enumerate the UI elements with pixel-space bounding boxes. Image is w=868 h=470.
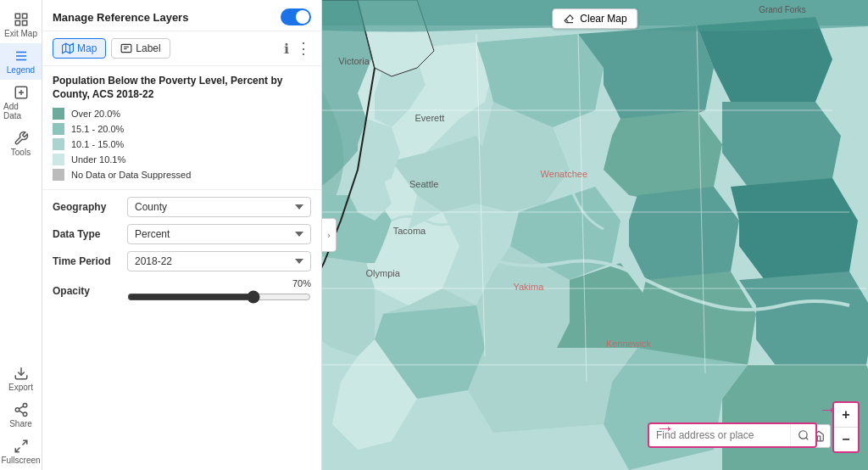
time-period-control: Time Period 2018-22 2013-17 [53, 251, 311, 271]
svg-point-38 [799, 431, 807, 439]
svg-rect-1 [22, 14, 26, 18]
arrow-zoom-indicator: → [819, 399, 837, 421]
legend-swatch-1 [53, 123, 64, 135]
search-button[interactable] [790, 424, 816, 446]
legend-label-3: Under 10.1% [71, 154, 125, 165]
sidebar-label-export: Export [8, 383, 33, 392]
zoom-out-button[interactable]: − [834, 428, 858, 451]
panel-title: Manage Reference Layers [53, 11, 188, 24]
svg-point-11 [23, 404, 27, 408]
sidebar-item-legend[interactable]: Legend [0, 43, 42, 80]
sidebar-label-share: Share [9, 419, 32, 428]
svg-line-16 [22, 440, 26, 445]
svg-point-13 [23, 412, 27, 417]
opacity-label: Opacity [53, 285, 120, 297]
sidebar-item-share[interactable]: Share [0, 397, 42, 434]
sidebar-item-tools[interactable]: Tools [0, 126, 42, 162]
legend-item-2: 10.1 - 15.0% [53, 138, 311, 150]
svg-line-39 [806, 438, 809, 440]
legend-label-0: Over 20.0% [71, 109, 120, 119]
toggle-track [281, 8, 311, 25]
data-type-control: Data Type Percent Number [53, 224, 311, 244]
sidebar-label-exit-map: Exit Map [4, 29, 37, 38]
more-icon[interactable]: ⋮ [296, 39, 311, 58]
svg-point-12 [15, 408, 19, 412]
legend-swatch-4 [53, 169, 64, 181]
data-type-select[interactable]: Percent Number [127, 224, 311, 244]
legend-item-1: 15.1 - 20.0% [53, 123, 311, 135]
map-area: Seattle Tacoma Olympia Everett Victoria … [322, 0, 868, 470]
collapse-panel-button[interactable]: › [322, 218, 337, 252]
tab-actions: ℹ ⋮ [284, 39, 311, 58]
reference-layers-toggle[interactable] [281, 8, 311, 25]
time-period-label: Time Period [53, 255, 120, 267]
opacity-slider[interactable] [127, 290, 311, 304]
tab-map[interactable]: Map [53, 38, 106, 59]
legend-swatch-0 [53, 108, 64, 120]
sidebar-item-export[interactable]: Export [0, 361, 42, 397]
svg-line-17 [15, 448, 19, 452]
sidebar-item-fullscreen[interactable]: Fullscreen [0, 434, 42, 470]
time-period-select[interactable]: 2018-22 2013-17 [127, 251, 311, 271]
legend-item-0: Over 20.0% [53, 108, 311, 120]
legend-item-4: No Data or Data Suppressed [53, 169, 311, 181]
sidebar-label-fullscreen: Fullscreen [1, 456, 40, 465]
arrow-search-indicator: → [656, 417, 675, 439]
clear-map-button[interactable]: Clear Map [552, 8, 637, 29]
search-icon [798, 429, 810, 441]
export-icon [14, 366, 29, 381]
sidebar: Exit Map Legend Add Data Tools Export [0, 0, 42, 470]
sidebar-item-add-data[interactable]: Add Data [0, 80, 42, 126]
panel-header: Manage Reference Layers [42, 0, 321, 31]
sidebar-label-tools: Tools [11, 148, 31, 157]
svg-rect-3 [22, 21, 26, 25]
map-tab-icon [62, 42, 74, 54]
legend-swatch-2 [53, 138, 64, 150]
eraser-icon [563, 13, 575, 25]
info-icon[interactable]: ℹ [284, 41, 289, 57]
clear-map-label: Clear Map [580, 13, 626, 25]
legend-label-1: 15.1 - 20.0% [71, 124, 124, 134]
reference-layers-panel: Manage Reference Layers Map Label ℹ ⋮ [42, 0, 322, 470]
geography-label: Geography [53, 201, 120, 213]
fullscreen-icon [14, 439, 29, 454]
opacity-control: Opacity 70% [53, 278, 311, 304]
map-background [322, 0, 868, 470]
tab-label[interactable]: Label [111, 38, 170, 59]
share-icon [14, 402, 29, 417]
exit-map-icon [14, 12, 29, 27]
tab-label-label: Label [136, 42, 160, 54]
sidebar-label-legend: Legend [7, 65, 35, 75]
svg-line-33 [566, 20, 568, 21]
legend-swatch-3 [53, 154, 64, 165]
tools-icon [14, 131, 29, 146]
add-data-icon [14, 85, 29, 100]
tab-row: Map Label ℹ ⋮ [42, 31, 321, 66]
toggle-thumb [296, 10, 309, 24]
legend-title: Population Below the Poverty Level, Perc… [53, 75, 311, 101]
legend-label-2: 10.1 - 15.0% [71, 139, 124, 149]
sidebar-label-add-data: Add Data [3, 102, 38, 120]
label-tab-icon [120, 42, 132, 54]
sidebar-item-exit-map[interactable]: Exit Map [0, 7, 42, 43]
svg-line-15 [19, 406, 23, 409]
tab-map-label: Map [77, 42, 97, 54]
legend-label-4: No Data or Data Suppressed [71, 170, 191, 180]
svg-line-14 [19, 411, 23, 413]
opacity-value: 70% [127, 278, 311, 288]
geography-control: Geography County State Tract [53, 197, 311, 217]
geography-select[interactable]: County State Tract [127, 197, 311, 217]
zoom-in-button[interactable]: + [834, 403, 858, 427]
svg-rect-2 [15, 21, 19, 25]
legend-icon [14, 48, 29, 64]
legend-section: Population Below the Poverty Level, Perc… [42, 66, 321, 189]
opacity-slider-wrap: 70% [127, 278, 311, 304]
legend-item-3: Under 10.1% [53, 154, 311, 165]
svg-rect-0 [15, 14, 19, 18]
data-type-label: Data Type [53, 228, 120, 240]
svg-marker-18 [63, 43, 74, 53]
controls-section: Geography County State Tract Data Type P… [42, 189, 321, 317]
